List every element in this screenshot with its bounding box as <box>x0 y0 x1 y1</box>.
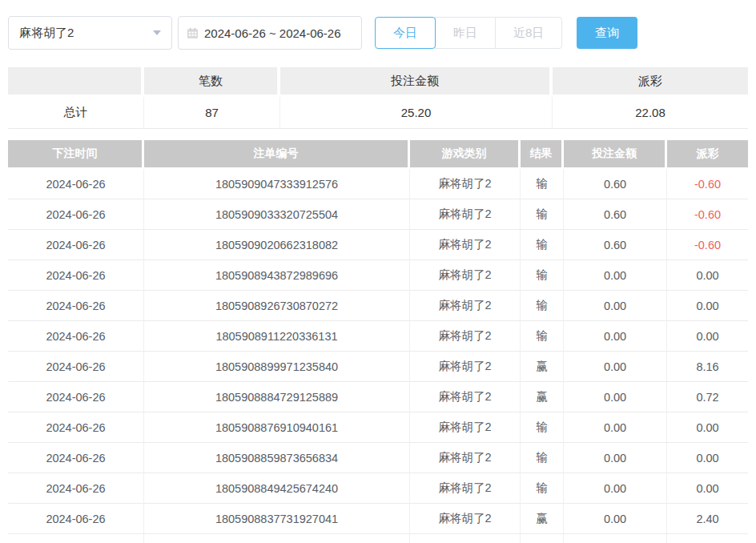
summary-total-count: 87 <box>144 97 280 129</box>
game-type-cell: 麻将胡了2 <box>410 199 521 230</box>
records-header-result: 结果 <box>521 140 564 169</box>
today-button[interactable]: 今日 <box>375 17 436 49</box>
bet-id-cell: 1805908884729125889 <box>144 382 410 412</box>
summary-header-bet-amount: 投注金额 <box>280 67 553 97</box>
bet-amount-cell: 0.00 <box>564 504 667 534</box>
game-select-value: 麻将胡了2 <box>19 26 74 41</box>
bet-id-cell: 1805908911220336131 <box>144 321 410 352</box>
game-type-cell: 麻将胡了2 <box>410 473 521 504</box>
table-row: 2024-06-261805908884729125889麻将胡了2赢0.000… <box>8 382 748 412</box>
bet-amount-cell: 0.00 <box>564 291 667 321</box>
bet-amount-cell: 0.60 <box>564 169 667 199</box>
filter-bar: 麻将胡了2 2024-06-26 ~ 2024-06-26 <box>8 16 748 50</box>
table-row: 2024-06-261805908837731927041麻将胡了2赢0.002… <box>8 504 748 534</box>
result-cell: 赢 <box>521 504 564 534</box>
summary-total-bet-amount: 25.20 <box>280 97 553 129</box>
bet-amount-cell: 0.00 <box>564 473 667 504</box>
bet-id-cell: 1805909033320725504 <box>144 199 410 230</box>
payout-cell: 8.16 <box>667 352 748 382</box>
records-header-payout: 派彩 <box>667 140 748 169</box>
bet-time-cell: 2024-06-26 <box>8 352 144 382</box>
table-row: 2024-06-261805908899971235840麻将胡了2赢0.008… <box>8 352 748 382</box>
bet-id-cell: 1805908899971235840 <box>144 352 410 382</box>
table-row: 2024-06-261805909033320725504麻将胡了2输0.60-… <box>8 199 748 230</box>
result-cell <box>521 534 564 543</box>
table-row: 2024-06-261805909047333912576麻将胡了2输0.60-… <box>8 169 748 199</box>
payout-cell: 0.00 <box>667 291 748 321</box>
bet-time-cell: 2024-06-26 <box>8 169 144 199</box>
result-cell: 赢 <box>521 382 564 412</box>
payout-cell: -0.60 <box>667 169 748 199</box>
bet-amount-cell: 0.60 <box>564 199 667 230</box>
result-cell: 赢 <box>521 352 564 382</box>
game-type-cell <box>410 534 521 543</box>
bet-id-cell <box>144 534 410 543</box>
summary-header-count: 笔数 <box>144 67 280 97</box>
bet-amount-cell: 0.00 <box>564 260 667 291</box>
bet-time-cell <box>8 534 144 543</box>
bet-amount-cell: 0.00 <box>564 321 667 352</box>
bet-records-page: 麻将胡了2 2024-06-26 ~ 2024-06-26 <box>0 0 756 543</box>
records-header-bet-time: 下注时间 <box>8 140 144 169</box>
payout-cell: 0.72 <box>667 382 748 412</box>
bet-time-cell: 2024-06-26 <box>8 199 144 230</box>
records-header-row: 下注时间 注单编号 游戏类别 结果 投注金额 派彩 <box>8 140 748 169</box>
last-8-days-button[interactable]: 近8日 <box>495 17 562 49</box>
table-row: 2024-06-261805908943872989696麻将胡了2输0.000… <box>8 260 748 291</box>
table-row <box>8 534 748 543</box>
result-cell: 输 <box>521 443 564 473</box>
table-row: 2024-06-261805908859873656834麻将胡了2输0.000… <box>8 443 748 473</box>
game-type-cell: 麻将胡了2 <box>410 443 521 473</box>
table-row: 2024-06-261805908926730870272麻将胡了2输0.000… <box>8 291 748 321</box>
bet-amount-cell: 0.60 <box>564 230 667 260</box>
table-row: 2024-06-261805908911220336131麻将胡了2输0.000… <box>8 321 748 352</box>
query-button[interactable]: 查询 <box>577 17 637 49</box>
table-row: 2024-06-261805909020662318082麻将胡了2输0.60-… <box>8 230 748 260</box>
result-cell: 输 <box>521 230 564 260</box>
payout-cell: -0.60 <box>667 230 748 260</box>
result-cell: 输 <box>521 412 564 443</box>
table-row: 2024-06-261805908876910940161麻将胡了2输0.000… <box>8 412 748 443</box>
bet-time-cell: 2024-06-26 <box>8 504 144 534</box>
bet-id-cell: 1805908926730870272 <box>144 291 410 321</box>
records-header-game-type: 游戏类别 <box>410 140 521 169</box>
bet-time-cell: 2024-06-26 <box>8 443 144 473</box>
summary-header-empty <box>8 67 144 97</box>
payout-cell: 0.00 <box>667 473 748 504</box>
summary-total-label: 总计 <box>8 97 144 129</box>
records-tbody: 2024-06-261805909047333912576麻将胡了2输0.60-… <box>8 169 748 543</box>
date-range-picker[interactable]: 2024-06-26 ~ 2024-06-26 <box>178 16 362 50</box>
bet-amount-cell: 0.00 <box>564 412 667 443</box>
game-type-cell: 麻将胡了2 <box>410 504 521 534</box>
result-cell: 输 <box>521 260 564 291</box>
bet-time-cell: 2024-06-26 <box>8 473 144 504</box>
result-cell: 输 <box>521 199 564 230</box>
result-cell: 输 <box>521 291 564 321</box>
bet-time-cell: 2024-06-26 <box>8 382 144 412</box>
game-type-cell: 麻将胡了2 <box>410 352 521 382</box>
game-select[interactable]: 麻将胡了2 <box>8 16 172 50</box>
game-type-cell: 麻将胡了2 <box>410 291 521 321</box>
summary-table: 笔数 投注金额 派彩 总计 87 25.20 22.08 <box>8 67 748 129</box>
bet-id-cell: 1805908837731927041 <box>144 504 410 534</box>
yesterday-button[interactable]: 昨日 <box>435 17 496 49</box>
bet-amount-cell: 0.00 <box>564 352 667 382</box>
game-type-cell: 麻将胡了2 <box>410 412 521 443</box>
payout-cell <box>667 534 748 543</box>
bet-amount-cell <box>564 534 667 543</box>
bet-id-cell: 1805909047333912576 <box>144 169 410 199</box>
records-header-bet-id: 注单编号 <box>144 140 410 169</box>
calendar-icon <box>187 27 199 39</box>
summary-header-row: 笔数 投注金额 派彩 <box>8 67 748 97</box>
payout-cell: 0.00 <box>667 412 748 443</box>
bet-amount-cell: 0.00 <box>564 382 667 412</box>
bet-time-cell: 2024-06-26 <box>8 260 144 291</box>
summary-total-row: 总计 87 25.20 22.08 <box>8 97 748 129</box>
table-row: 2024-06-261805908849425674240麻将胡了2输0.000… <box>8 473 748 504</box>
payout-cell: 2.40 <box>667 504 748 534</box>
bet-id-cell: 1805908876910940161 <box>144 412 410 443</box>
bet-amount-cell: 0.00 <box>564 443 667 473</box>
game-type-cell: 麻将胡了2 <box>410 382 521 412</box>
payout-cell: 0.00 <box>667 260 748 291</box>
bet-id-cell: 1805909020662318082 <box>144 230 410 260</box>
